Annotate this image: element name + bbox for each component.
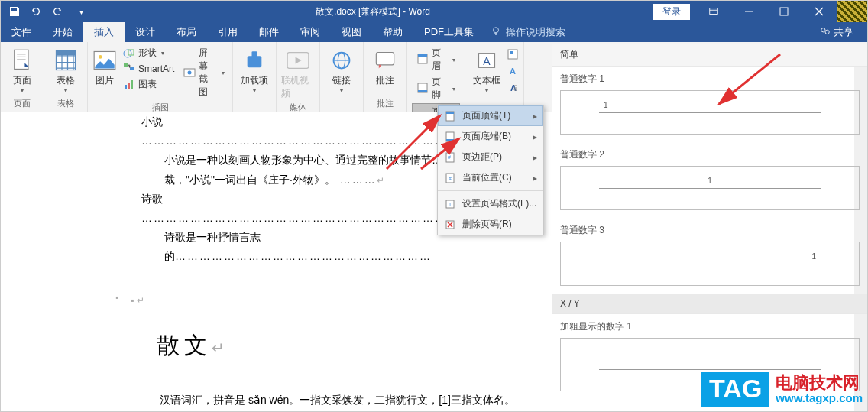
- tab-review[interactable]: 审阅: [290, 22, 331, 42]
- comment-label: 批注: [376, 74, 394, 87]
- menu-top-label: 页面顶端(T): [462, 109, 510, 122]
- gallery-item-n2-label: 普通数字 2: [552, 142, 867, 164]
- textbox-button[interactable]: A 文本框 ▾: [470, 45, 504, 94]
- header-button[interactable]: 页眉▾: [412, 45, 460, 74]
- menu-current-position[interactable]: # 当前位置(C) ▸: [438, 167, 543, 188]
- tab-pdf[interactable]: PDF工具集: [413, 22, 484, 42]
- svg-rect-33: [508, 50, 517, 59]
- tab-mailings[interactable]: 邮件: [248, 22, 290, 42]
- svg-rect-16: [131, 80, 133, 89]
- header-label: 页眉: [432, 47, 448, 73]
- tab-view[interactable]: 视图: [331, 22, 372, 42]
- menu-current-label: 当前位置(C): [462, 171, 512, 184]
- ribbon-options-icon[interactable]: [696, 1, 731, 22]
- menu-bottom-of-page[interactable]: 页面底端(B) ▸: [438, 126, 543, 147]
- smartart-button[interactable]: SmartArt: [120, 61, 177, 76]
- video-label: 联机视频: [281, 74, 315, 100]
- tab-references[interactable]: 引用: [207, 22, 248, 42]
- chevron-down-icon: ▾: [485, 87, 488, 94]
- tab-insert[interactable]: 插入: [83, 22, 125, 42]
- watermark-url: www.tagxp.com: [776, 391, 863, 404]
- submenu-arrow-icon: ▸: [533, 111, 537, 122]
- save-icon[interactable]: [5, 2, 24, 21]
- dropcap-icon[interactable]: A: [507, 82, 519, 97]
- undo-icon[interactable]: [27, 2, 45, 21]
- shapes-button[interactable]: 形状▾: [120, 45, 177, 61]
- svg-point-10: [124, 50, 131, 57]
- gallery-item-n3[interactable]: 1: [560, 242, 860, 286]
- close-icon[interactable]: [802, 1, 837, 22]
- menu-top-of-page[interactable]: 页面顶端(T) ▸: [438, 105, 543, 126]
- maximize-icon[interactable]: [766, 1, 802, 22]
- group-links-label: [325, 108, 358, 112]
- bulb-icon: [491, 26, 501, 39]
- share-button[interactable]: 共享: [806, 25, 867, 39]
- svg-point-3: [821, 28, 825, 31]
- svg-text:#: #: [449, 176, 452, 181]
- page-number-menu: 页面顶端(T) ▸ 页面底端(B) ▸ # 页边距(P) ▸ # 当前位置(C)…: [437, 105, 544, 235]
- decoration-stripe: [837, 1, 867, 22]
- menu-page-margins[interactable]: # 页边距(P) ▸: [438, 147, 543, 167]
- links-button[interactable]: 链接 ▾: [325, 45, 358, 94]
- comment-button[interactable]: 批注: [368, 45, 402, 87]
- screenshot-label: 屏幕截图: [199, 47, 217, 99]
- screenshot-icon: [183, 67, 196, 79]
- chevron-down-icon: ▾: [21, 87, 24, 94]
- page-icon: [10, 48, 34, 73]
- heading-novel: 小说: [141, 115, 163, 128]
- comment-icon: [373, 48, 397, 73]
- page-number-gallery: ▴ 简单 普通数字 1 1 普通数字 2 1 普通数字 3 1 X / Y 加粗…: [552, 44, 867, 411]
- chart-button[interactable]: 图表: [120, 76, 177, 92]
- submenu-arrow-icon: ▸: [533, 131, 537, 142]
- shapes-icon: [123, 47, 135, 60]
- tab-home[interactable]: 开始: [42, 22, 83, 42]
- svg-rect-15: [128, 83, 130, 89]
- picture-icon: [92, 48, 117, 73]
- svg-rect-7: [57, 51, 76, 56]
- menu-bottom-label: 页面底端(B): [462, 130, 511, 143]
- svg-rect-13: [130, 67, 134, 70]
- screenshot-button[interactable]: 屏幕截图▾: [180, 45, 228, 100]
- table-icon: [53, 48, 78, 73]
- submenu-arrow-icon: ▸: [533, 173, 537, 183]
- minimize-icon[interactable]: [731, 1, 766, 22]
- svg-rect-12: [124, 63, 128, 67]
- quickparts-icon[interactable]: [507, 48, 519, 63]
- qat-dropdown-icon[interactable]: ▾: [70, 2, 88, 21]
- login-button[interactable]: 登录: [653, 4, 690, 20]
- gallery-section-simple: 简单: [552, 44, 867, 67]
- tab-layout[interactable]: 布局: [166, 22, 207, 42]
- tab-file[interactable]: 文件: [1, 22, 42, 42]
- gallery-item-n1[interactable]: 1: [560, 90, 860, 135]
- menu-format-page-numbers[interactable]: 1 设置页码格式(F)...: [438, 193, 543, 214]
- video-icon: [286, 48, 310, 73]
- table-button[interactable]: 表格 ▾: [49, 45, 83, 94]
- wordart-icon[interactable]: A: [507, 65, 519, 80]
- share-icon: [820, 26, 831, 39]
- redo-icon[interactable]: [48, 2, 66, 21]
- picture-button[interactable]: 图片: [92, 45, 117, 87]
- svg-rect-40: [446, 139, 454, 141]
- bottom-page-icon: [444, 131, 456, 143]
- tab-help[interactable]: 帮助: [372, 22, 413, 42]
- watermark-text: 电脑技术网: [776, 375, 863, 391]
- addins-icon: [242, 48, 267, 73]
- tell-me-search[interactable]: 操作说明搜索: [491, 25, 565, 39]
- submenu-arrow-icon: ▸: [533, 152, 537, 163]
- chevron-down-icon: ▾: [64, 87, 67, 94]
- menu-remove-page-numbers[interactable]: 删除页码(R): [438, 214, 543, 235]
- textbox-icon: A: [474, 48, 499, 73]
- menu-remove-label: 删除页码(R): [462, 218, 512, 231]
- footer-button[interactable]: 页脚▾: [412, 74, 460, 103]
- svg-rect-1: [780, 8, 788, 15]
- pages-button[interactable]: 页面 ▾: [5, 45, 39, 94]
- tab-design[interactable]: 设计: [125, 22, 166, 42]
- gallery-item-bold-label: 加粗显示的数字 1: [552, 314, 867, 336]
- online-video-button: 联机视频: [281, 45, 315, 100]
- addins-button[interactable]: 加载项 ▾: [238, 45, 271, 94]
- gallery-item-n1-label: 普通数字 1: [552, 67, 867, 89]
- svg-point-4: [825, 30, 829, 34]
- gallery-item-n3-label: 普通数字 3: [552, 218, 867, 240]
- svg-rect-20: [252, 51, 257, 57]
- gallery-item-n2[interactable]: 1: [560, 166, 860, 210]
